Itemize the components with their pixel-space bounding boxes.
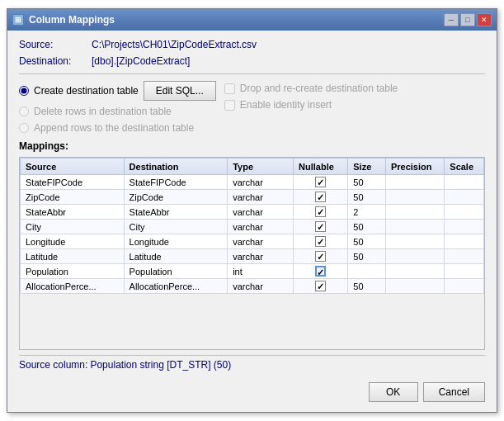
delete-rows-radio[interactable]: [19, 106, 29, 116]
header-nullable: Nullable: [294, 158, 348, 175]
destination-row: Destination: [dbo].[ZipCodeExtract]: [19, 55, 485, 67]
cell-size: 50: [348, 190, 386, 205]
options-area: Create destination table Edit SQL... Del…: [19, 81, 485, 134]
cell-scale: [445, 205, 484, 220]
nullable-cell[interactable]: [294, 205, 348, 220]
table-row[interactable]: PopulationPopulationint: [21, 264, 484, 279]
append-rows-radio[interactable]: [19, 123, 29, 133]
cell-source: City: [21, 220, 125, 234]
maximize-button[interactable]: □: [460, 13, 475, 26]
cell-destination: StateFIPCode: [124, 175, 228, 190]
cell-type: varchar: [228, 175, 294, 190]
nullable-checkbox[interactable]: [315, 236, 326, 247]
nullable-checkbox[interactable]: [315, 206, 326, 217]
column-mappings-dialog: ⊞ Column Mappings ─ □ ✕ Source: C:\Proje…: [7, 8, 497, 413]
window-title: Column Mappings: [29, 14, 115, 26]
create-table-option[interactable]: Create destination table Edit SQL...: [19, 81, 216, 101]
mappings-table-container: Source Destination Type Nullable Size Pr…: [19, 157, 485, 350]
edit-sql-button[interactable]: Edit SQL...: [144, 81, 216, 101]
title-bar-buttons: ─ □ ✕: [444, 13, 492, 26]
status-label: Source column:: [19, 359, 87, 371]
cell-size: 50: [348, 234, 386, 249]
nullable-checkbox[interactable]: [315, 177, 326, 187]
create-table-radio[interactable]: [19, 86, 29, 96]
source-row: Source: C:\Projects\CH01\ZipCodeExtract.…: [19, 39, 485, 50]
ok-button[interactable]: OK: [369, 382, 418, 402]
cell-type: int: [228, 264, 294, 279]
minimize-button[interactable]: ─: [444, 13, 459, 26]
cell-type: varchar: [228, 205, 294, 220]
delete-rows-option[interactable]: Delete rows in destination table: [19, 106, 216, 117]
source-label: Source:: [19, 39, 85, 50]
identity-insert-option[interactable]: Enable identity insert: [224, 99, 398, 111]
table-row[interactable]: CityCityvarchar50: [21, 220, 484, 234]
delete-rows-label: Delete rows in destination table: [34, 106, 172, 117]
drop-recreate-label: Drop and re-create destination table: [240, 83, 398, 94]
cancel-button[interactable]: Cancel: [423, 382, 485, 402]
cell-precision: [385, 190, 444, 205]
nullable-checkbox[interactable]: [315, 281, 326, 291]
table-row[interactable]: StateFIPCodeStateFIPCodevarchar50: [21, 175, 484, 190]
nullable-cell[interactable]: [294, 175, 348, 190]
mappings-table: Source Destination Type Nullable Size Pr…: [20, 158, 484, 294]
cell-type: varchar: [228, 249, 294, 264]
destination-value: [dbo].[ZipCodeExtract]: [92, 55, 190, 67]
close-button[interactable]: ✕: [477, 13, 492, 26]
title-bar: ⊞ Column Mappings ─ □ ✕: [7, 9, 497, 31]
nullable-cell[interactable]: [294, 234, 348, 249]
cell-scale: [445, 234, 484, 249]
cell-source: Longitude: [21, 234, 125, 249]
cell-type: varchar: [228, 279, 294, 294]
table-row[interactable]: AllocationPerce...AllocationPerce...varc…: [21, 279, 484, 294]
table-row[interactable]: LongitudeLongitudevarchar50: [21, 234, 484, 249]
drop-recreate-option[interactable]: Drop and re-create destination table: [224, 83, 398, 94]
cell-source: Population: [21, 264, 125, 279]
header-precision: Precision: [385, 158, 444, 175]
nullable-checkbox[interactable]: [315, 251, 326, 262]
header-scale: Scale: [445, 158, 484, 175]
cell-scale: [445, 175, 484, 190]
nullable-checkbox[interactable]: [315, 266, 326, 277]
cell-precision: [385, 220, 444, 234]
cell-precision: [385, 175, 444, 190]
source-value: C:\Projects\CH01\ZipCodeExtract.csv: [92, 39, 257, 50]
cell-precision: [385, 279, 444, 294]
cell-scale: [445, 264, 484, 279]
table-row[interactable]: LatitudeLatitudevarchar50: [21, 249, 484, 264]
header-source: Source: [21, 158, 125, 175]
append-rows-option[interactable]: Append rows to the destination table: [19, 122, 216, 134]
window-icon: ⊞: [12, 14, 24, 26]
cell-destination: City: [124, 220, 228, 234]
cell-destination: Longitude: [124, 234, 228, 249]
cell-type: varchar: [228, 234, 294, 249]
table-row[interactable]: ZipCodeZipCodevarchar50: [21, 190, 484, 205]
table-row[interactable]: StateAbbrStateAbbrvarchar2: [21, 205, 484, 220]
identity-insert-checkbox[interactable]: [224, 100, 235, 111]
radio-column: Create destination table Edit SQL... Del…: [19, 81, 216, 134]
title-bar-left: ⊞ Column Mappings: [12, 14, 115, 26]
table-header-row: Source Destination Type Nullable Size Pr…: [21, 158, 484, 175]
nullable-cell[interactable]: [294, 279, 348, 294]
nullable-checkbox[interactable]: [315, 192, 326, 202]
cell-size: 2: [348, 205, 386, 220]
identity-insert-label: Enable identity insert: [240, 99, 332, 111]
cell-precision: [385, 249, 444, 264]
destination-label: Destination:: [19, 55, 85, 67]
cell-type: varchar: [228, 220, 294, 234]
nullable-cell[interactable]: [294, 249, 348, 264]
nullable-cell[interactable]: [294, 264, 348, 279]
cell-precision: [385, 234, 444, 249]
cell-size: 50: [348, 175, 386, 190]
cell-scale: [445, 249, 484, 264]
nullable-checkbox[interactable]: [315, 221, 326, 232]
cell-source: AllocationPerce...: [21, 279, 125, 294]
mappings-label: Mappings:: [19, 140, 485, 152]
drop-recreate-checkbox[interactable]: [224, 83, 235, 94]
cell-scale: [445, 220, 484, 234]
status-value: Population string [DT_STR] (50): [90, 359, 231, 371]
cell-size: 50: [348, 279, 386, 294]
cell-type: varchar: [228, 190, 294, 205]
nullable-cell[interactable]: [294, 220, 348, 234]
nullable-cell[interactable]: [294, 190, 348, 205]
window-content: Source: C:\Projects\CH01\ZipCodeExtract.…: [7, 31, 497, 412]
